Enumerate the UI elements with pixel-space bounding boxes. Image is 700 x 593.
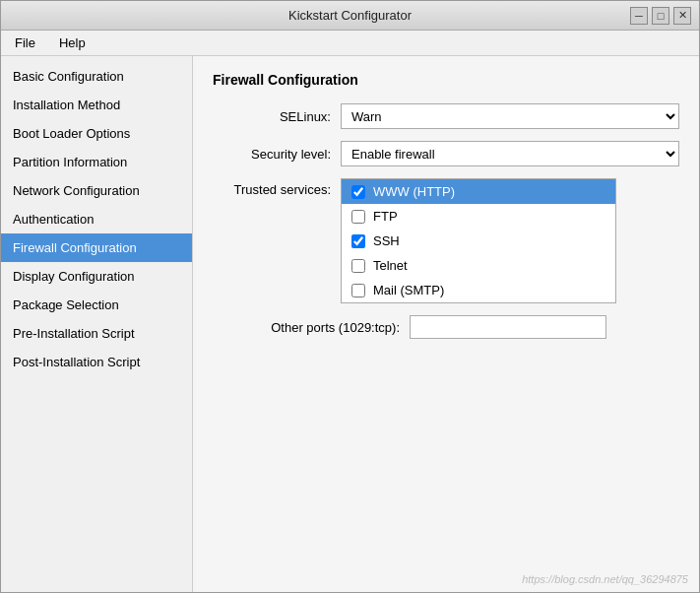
selinux-row: SELinux: Warn Enforcing Permissive Disab…	[213, 103, 679, 129]
other-ports-row: Other ports (1029:tcp):	[213, 315, 679, 339]
close-button[interactable]: ✕	[673, 7, 691, 25]
service-ssh-label: SSH	[373, 233, 400, 248]
service-www-checkbox[interactable]	[351, 185, 365, 199]
service-mail-checkbox[interactable]	[351, 284, 365, 297]
service-mail[interactable]: Mail (SMTP)	[342, 278, 615, 302]
sidebar: Basic Configuration Installation Method …	[1, 56, 193, 592]
selinux-select[interactable]: Warn Enforcing Permissive Disabled	[341, 103, 679, 129]
content-area: Basic Configuration Installation Method …	[1, 56, 699, 592]
maximize-button[interactable]: □	[652, 7, 669, 25]
services-list: WWW (HTTP) FTP SSH Telnet	[341, 178, 616, 303]
title-bar-controls: ─ □ ✕	[630, 7, 691, 25]
minimize-button[interactable]: ─	[630, 7, 648, 25]
title-bar: Kickstart Configurator ─ □ ✕	[1, 1, 699, 31]
trusted-services-row: Trusted services: WWW (HTTP) FTP SSH	[213, 178, 679, 303]
sidebar-item-post-installation-script[interactable]: Post-Installation Script	[1, 348, 192, 376]
other-ports-input[interactable]	[410, 315, 606, 339]
service-www-label: WWW (HTTP)	[373, 184, 455, 199]
service-ftp-label: FTP	[373, 209, 398, 224]
security-level-select[interactable]: Enable firewall Disable firewall	[341, 141, 679, 166]
service-mail-label: Mail (SMTP)	[373, 283, 444, 297]
service-telnet-label: Telnet	[373, 258, 408, 273]
service-ssh-checkbox[interactable]	[351, 234, 365, 248]
sidebar-item-installation-method[interactable]: Installation Method	[1, 91, 192, 119]
trusted-services-label: Trusted services:	[213, 178, 341, 197]
security-level-control: Enable firewall Disable firewall	[341, 141, 679, 166]
main-window: Kickstart Configurator ─ □ ✕ File Help B…	[0, 0, 700, 593]
menu-help[interactable]: Help	[53, 33, 92, 52]
sidebar-item-pre-installation-script[interactable]: Pre-Installation Script	[1, 319, 192, 348]
menu-bar: File Help	[1, 31, 699, 56]
sidebar-item-firewall-configuration[interactable]: Firewall Configuration	[1, 233, 192, 262]
main-panel: Firewall Configuration SELinux: Warn Enf…	[193, 56, 699, 592]
service-ssh[interactable]: SSH	[342, 229, 615, 253]
selinux-label: SELinux:	[213, 109, 341, 124]
sidebar-item-authentication[interactable]: Authentication	[1, 205, 192, 233]
sidebar-item-package-selection[interactable]: Package Selection	[1, 291, 192, 319]
service-telnet-checkbox[interactable]	[351, 259, 365, 273]
service-ftp-checkbox[interactable]	[351, 210, 365, 224]
security-level-row: Security level: Enable firewall Disable …	[213, 141, 679, 166]
sidebar-item-partition-information[interactable]: Partition Information	[1, 148, 192, 176]
sidebar-item-boot-loader-options[interactable]: Boot Loader Options	[1, 119, 192, 148]
service-www[interactable]: WWW (HTTP)	[342, 179, 615, 204]
service-telnet[interactable]: Telnet	[342, 253, 615, 278]
sidebar-item-display-configuration[interactable]: Display Configuration	[1, 262, 192, 291]
service-ftp[interactable]: FTP	[342, 204, 615, 229]
sidebar-item-network-configuration[interactable]: Network Configuration	[1, 176, 192, 205]
section-title: Firewall Configuration	[213, 72, 679, 88]
window-title: Kickstart Configurator	[288, 8, 412, 23]
security-level-label: Security level:	[213, 147, 341, 162]
sidebar-item-basic-configuration[interactable]: Basic Configuration	[1, 62, 192, 91]
menu-file[interactable]: File	[9, 33, 41, 52]
other-ports-label: Other ports (1029:tcp):	[213, 320, 410, 335]
selinux-control: Warn Enforcing Permissive Disabled	[341, 103, 679, 129]
